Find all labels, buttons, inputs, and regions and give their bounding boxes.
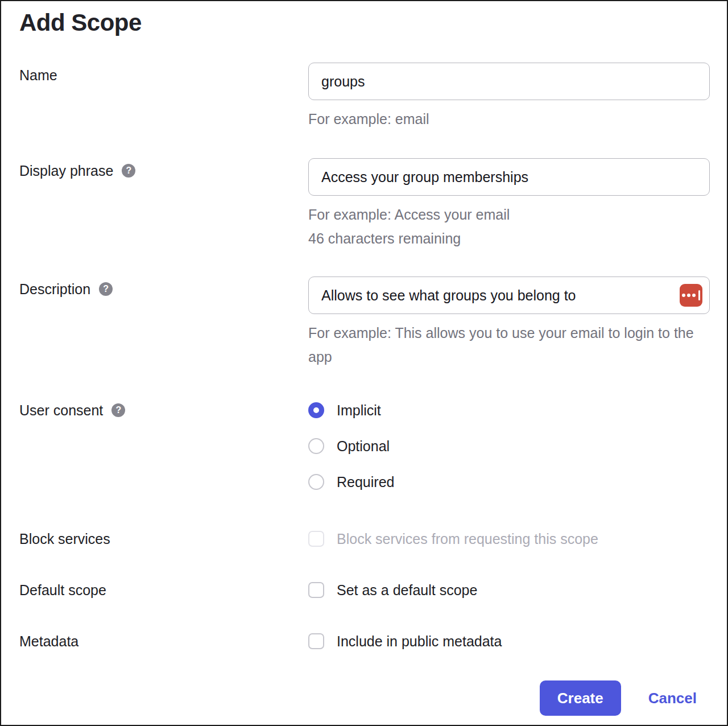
description-label-cell: Description ? [19, 277, 308, 298]
display-phrase-label: Display phrase [19, 162, 113, 179]
name-row: Name For example: email [19, 63, 710, 131]
dialog-footer: Create Cancel [19, 680, 710, 716]
radio-label-implicit[interactable]: Implicit [337, 402, 381, 419]
name-helper-text: For example: email [308, 107, 710, 131]
default-scope-row: Default scope Set as a default scope [19, 581, 710, 599]
radio-option-implicit: Implicit [308, 402, 710, 419]
radio-label-required[interactable]: Required [337, 473, 394, 490]
default-scope-label: Default scope [19, 581, 106, 599]
default-scope-option: Set as a default scope [308, 581, 710, 599]
description-control: For example: This allows you to use your… [308, 277, 710, 369]
radio-option-required: Required [308, 473, 710, 490]
name-label: Name [19, 67, 57, 84]
radio-button-required[interactable] [308, 474, 324, 490]
description-label: Description [19, 280, 90, 298]
display-phrase-row: Display phrase ? For example: Access you… [19, 158, 710, 250]
block-services-label-cell: Block services [19, 530, 308, 547]
description-row: Description ? For example: This allows y… [19, 277, 710, 369]
display-phrase-helper-text: For example: Access your email [308, 203, 710, 226]
radio-button-implicit[interactable] [308, 402, 324, 418]
block-services-label: Block services [19, 530, 110, 547]
radio-option-optional: Optional [308, 438, 710, 455]
metadata-row: Metadata Include in public metadata [19, 633, 710, 650]
create-button[interactable]: Create [540, 680, 621, 716]
password-manager-icon[interactable] [680, 284, 702, 307]
help-icon[interactable]: ? [111, 403, 125, 417]
name-control: For example: email [308, 63, 710, 131]
cancel-button[interactable]: Cancel [648, 690, 697, 707]
default-scope-label-cell: Default scope [19, 581, 308, 599]
display-phrase-input[interactable] [308, 158, 710, 196]
characters-remaining-text: 46 characters remaining [308, 226, 710, 250]
name-label-cell: Name [19, 63, 308, 84]
description-helper-text: For example: This allows you to use your… [308, 321, 710, 369]
block-services-checkbox [308, 531, 324, 547]
metadata-label-cell: Metadata [19, 633, 308, 650]
radio-button-optional[interactable] [308, 438, 324, 454]
name-input[interactable] [308, 63, 710, 100]
metadata-checkbox[interactable] [308, 633, 324, 649]
metadata-label: Metadata [19, 633, 78, 650]
help-icon[interactable]: ? [99, 282, 113, 296]
user-consent-label: User consent [19, 402, 103, 419]
metadata-option: Include in public metadata [308, 633, 710, 650]
block-services-row: Block services Block services from reque… [19, 530, 710, 547]
display-phrase-label-cell: Display phrase ? [19, 158, 308, 179]
metadata-checkbox-label[interactable]: Include in public metadata [337, 633, 502, 650]
default-scope-checkbox[interactable] [308, 582, 324, 598]
user-consent-label-cell: User consent ? [19, 402, 308, 419]
page-title: Add Scope [19, 9, 710, 36]
description-input[interactable] [308, 277, 710, 314]
block-services-checkbox-label: Block services from requesting this scop… [337, 530, 598, 547]
user-consent-options: Implicit Optional Required [308, 402, 710, 490]
add-scope-dialog: Add Scope Name For example: email Displa… [0, 0, 728, 726]
display-phrase-control: For example: Access your email 46 charac… [308, 158, 710, 250]
help-icon[interactable]: ? [122, 164, 135, 178]
user-consent-row: User consent ? Implicit Optional Require… [19, 402, 710, 490]
radio-label-optional[interactable]: Optional [337, 438, 390, 455]
block-services-option: Block services from requesting this scop… [308, 530, 710, 547]
default-scope-checkbox-label[interactable]: Set as a default scope [337, 581, 477, 599]
